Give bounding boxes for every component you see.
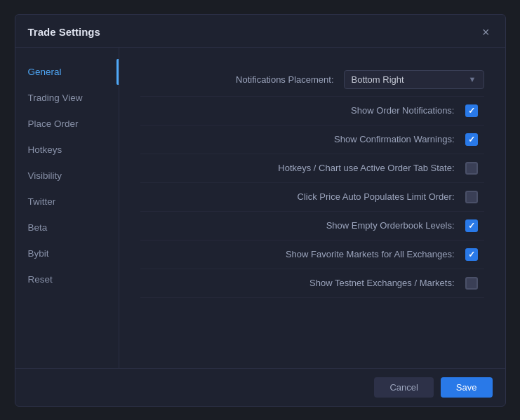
sidebar: General Trading View Place Order Hotkeys… — [15, 48, 119, 368]
notifications-placement-control: Bottom Right ▼ — [344, 70, 484, 89]
notifications-placement-row: Notifications Placement: Bottom Right ▼ — [140, 63, 484, 97]
checkbox-checked-icon — [465, 248, 478, 261]
show-order-notifications-row: Show Order Notifications: — [140, 97, 484, 126]
dialog-header: Trade Settings × — [15, 15, 505, 48]
show-empty-orderbook-checkbox[interactable] — [465, 219, 479, 233]
click-price-auto-label: Click Price Auto Populates Limit Order: — [298, 191, 455, 202]
sidebar-item-general[interactable]: General — [15, 59, 119, 85]
hotkeys-active-order-checkbox[interactable] — [465, 161, 479, 175]
show-favorite-markets-control — [465, 248, 484, 262]
show-confirmation-warnings-label: Show Confirmation Warnings: — [334, 134, 454, 144]
click-price-auto-control — [465, 190, 484, 204]
notifications-placement-dropdown[interactable]: Bottom Right ▼ — [344, 70, 484, 89]
sidebar-item-trading-view[interactable]: Trading View — [15, 85, 119, 111]
show-testnet-label: Show Testnet Exchanges / Markets: — [309, 278, 454, 288]
notifications-placement-label: Notifications Placement: — [236, 74, 333, 85]
show-order-notifications-label: Show Order Notifications: — [351, 105, 454, 116]
show-testnet-row: Show Testnet Exchanges / Markets: — [140, 269, 484, 298]
close-button[interactable]: × — [479, 25, 493, 40]
click-price-auto-row: Click Price Auto Populates Limit Order: — [140, 183, 484, 212]
cancel-button[interactable]: Cancel — [374, 377, 433, 398]
checkbox-checked-icon — [465, 133, 478, 146]
sidebar-item-place-order[interactable]: Place Order — [15, 111, 119, 137]
show-confirmation-warnings-checkbox[interactable] — [465, 133, 479, 147]
sidebar-item-reset[interactable]: Reset — [15, 266, 119, 292]
show-confirmation-warnings-row: Show Confirmation Warnings: — [140, 126, 484, 154]
dialog-body: General Trading View Place Order Hotkeys… — [15, 48, 505, 368]
checkbox-checked-icon — [465, 104, 478, 117]
save-button[interactable]: Save — [441, 377, 493, 398]
sidebar-item-bybit[interactable]: Bybit — [15, 241, 119, 266]
hotkeys-active-order-control — [465, 161, 484, 175]
sidebar-item-twitter[interactable]: Twitter — [15, 189, 119, 215]
show-empty-orderbook-label: Show Empty Orderbook Levels: — [326, 220, 455, 231]
sidebar-item-beta[interactable]: Beta — [15, 215, 119, 241]
sidebar-item-visibility[interactable]: Visibility — [15, 163, 119, 189]
checkbox-unchecked-icon — [465, 162, 478, 175]
trade-settings-dialog: Trade Settings × General Trading View Pl… — [15, 14, 506, 407]
dialog-footer: Cancel Save — [15, 368, 505, 406]
settings-panel: Notifications Placement: Bottom Right ▼ … — [119, 48, 505, 368]
show-order-notifications-control — [465, 104, 484, 118]
show-testnet-checkbox[interactable] — [465, 276, 479, 290]
dropdown-value: Bottom Right — [352, 74, 404, 85]
show-empty-orderbook-row: Show Empty Orderbook Levels: — [140, 212, 484, 241]
checkbox-unchecked-icon — [465, 191, 478, 203]
hotkeys-active-order-label: Hotkeys / Chart use Active Order Tab Sta… — [278, 163, 454, 173]
show-favorite-markets-checkbox[interactable] — [465, 248, 479, 262]
show-testnet-control — [465, 276, 484, 290]
show-order-notifications-checkbox[interactable] — [465, 104, 479, 118]
hotkeys-active-order-row: Hotkeys / Chart use Active Order Tab Sta… — [140, 154, 484, 183]
show-empty-orderbook-control — [465, 219, 484, 233]
checkbox-checked-icon — [465, 219, 478, 232]
dialog-title: Trade Settings — [28, 26, 100, 38]
sidebar-item-hotkeys[interactable]: Hotkeys — [15, 137, 119, 163]
checkbox-unchecked-icon — [465, 277, 478, 290]
show-favorite-markets-label: Show Favorite Markets for All Exchanges: — [286, 249, 455, 259]
chevron-down-icon: ▼ — [469, 75, 476, 83]
click-price-auto-checkbox[interactable] — [465, 190, 479, 204]
show-favorite-markets-row: Show Favorite Markets for All Exchanges: — [140, 241, 484, 269]
show-confirmation-warnings-control — [465, 133, 484, 147]
